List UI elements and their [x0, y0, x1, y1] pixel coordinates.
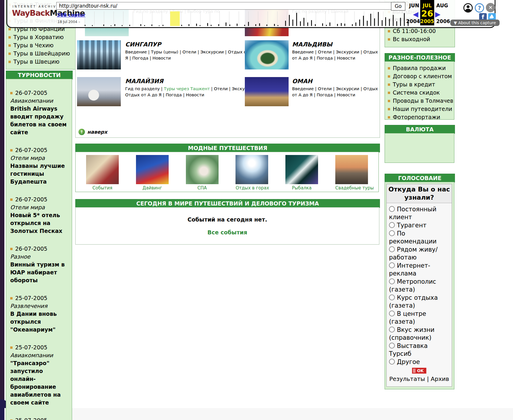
- fashion-item[interactable]: Дайвинг: [136, 155, 169, 192]
- page-bottom-area: [4, 408, 513, 420]
- radio-button[interactable]: [389, 278, 395, 284]
- country-link[interactable]: Отели: [182, 50, 196, 54]
- country-link[interactable]: Введение: [292, 86, 314, 91]
- country-links: Гид по разделу | Туры через Ташкент | От…: [125, 86, 262, 98]
- bullet-icon: [388, 100, 390, 102]
- back-to-top-link[interactable]: ↑ наверх: [78, 129, 107, 135]
- timeline-bar: [266, 25, 267, 26]
- radio-button[interactable]: [389, 222, 395, 228]
- radio-button[interactable]: [389, 206, 395, 212]
- month-next[interactable]: AUG: [436, 3, 448, 8]
- country-link[interactable]: Экскурсии: [336, 86, 359, 91]
- sidebar-item-useful[interactable]: Правила продажи: [388, 64, 453, 72]
- fashion-thumbnails: СобытияДайвингСПАОтдых в горахРыбалкаСва…: [75, 152, 379, 192]
- month-previous[interactable]: JUN: [409, 3, 419, 8]
- news-title-link[interactable]: В Дании вновь открылся "Океанариум": [10, 310, 68, 334]
- news-title-link[interactable]: Винный туризм в ЮАР набирает обороты: [10, 261, 68, 284]
- maldives-photo[interactable]: [245, 40, 289, 69]
- country-link[interactable]: Гид по разделу: [125, 86, 160, 91]
- link-separator: |: [333, 56, 337, 60]
- archived-url-input[interactable]: [56, 2, 394, 10]
- singapore-photo[interactable]: [77, 40, 121, 69]
- radio-button[interactable]: [389, 359, 395, 365]
- fashion-item[interactable]: Рыбалка: [285, 155, 318, 192]
- year-next[interactable]: 2006: [436, 18, 450, 24]
- go-button[interactable]: Go: [391, 2, 405, 11]
- sidebar-item-tour[interactable]: Туры в Хорватию: [8, 33, 75, 41]
- year-previous[interactable]: 2004: [406, 18, 420, 24]
- help-icon[interactable]: ?: [475, 3, 484, 13]
- country-link[interactable]: Туры через Ташкент: [164, 86, 210, 91]
- country-link[interactable]: Новости: [337, 93, 355, 97]
- timeline-bar: [382, 20, 383, 26]
- sidebar-item-useful[interactable]: Фоторепортажи: [388, 113, 453, 121]
- country-link[interactable]: Экскурсии: [200, 50, 224, 54]
- malaysia-photo[interactable]: [77, 77, 121, 106]
- fashion-item[interactable]: Отдых в горах: [235, 155, 268, 192]
- news-title-link[interactable]: "Трансаэро" запустило онлайн-бронировани…: [10, 359, 68, 407]
- captures-count-link[interactable]: 388 captures: [57, 12, 86, 18]
- poll-results-link[interactable]: Результаты: [389, 375, 425, 382]
- poll-option: Метрополис (газета): [389, 278, 450, 294]
- capture-timeline[interactable]: [85, 11, 409, 26]
- radio-button[interactable]: [389, 262, 395, 268]
- radio-button[interactable]: [389, 230, 395, 236]
- about-this-capture-button[interactable]: ▼ About this capture: [450, 20, 500, 26]
- sidebar-item-useful[interactable]: Система скидок: [388, 88, 453, 97]
- fashion-item[interactable]: Свадебные туры: [335, 155, 368, 192]
- poll-options: Постоянный клиентТурагентПо рекомендации…: [387, 203, 452, 366]
- timeline-bar: [337, 24, 338, 26]
- sidebar-item-label: Проводы в Толмачево: [393, 97, 453, 104]
- country-link[interactable]: Погода: [317, 56, 333, 60]
- radio-button[interactable]: [389, 246, 395, 252]
- country-link[interactable]: Введение: [125, 50, 147, 54]
- radio-button[interactable]: [389, 327, 395, 332]
- poll-archive-link[interactable]: Архив: [431, 375, 449, 382]
- radio-button[interactable]: [389, 343, 395, 348]
- news-date: 26-07-2005: [10, 245, 68, 253]
- bullet-icon: [8, 36, 11, 39]
- country-link[interactable]: Отели: [318, 86, 331, 91]
- country-link[interactable]: Новости: [337, 56, 355, 60]
- timeline-bar: [393, 15, 394, 26]
- timeline-bar: [255, 24, 256, 26]
- country-link[interactable]: Погода: [166, 93, 182, 97]
- account-icon[interactable]: [463, 3, 473, 13]
- sidebar-item-tour[interactable]: Туры в Чехию: [8, 41, 75, 49]
- radio-button[interactable]: [389, 311, 395, 316]
- fashion-item[interactable]: События: [86, 155, 119, 192]
- sidebar-item-useful[interactable]: Наши путеводители: [388, 105, 453, 113]
- news-date-text: 26-07-2005: [15, 90, 47, 96]
- timeline-bar: [129, 25, 130, 26]
- timeline-bar: [181, 25, 182, 26]
- link-separator: |: [224, 50, 228, 54]
- poll-ok-button[interactable]: OK: [412, 368, 426, 374]
- country-link[interactable]: Отели: [214, 86, 228, 91]
- previous-capture-arrow[interactable]: ◀: [413, 11, 418, 18]
- close-icon[interactable]: ✕: [486, 3, 495, 12]
- sidebar-item-useful[interactable]: Проводы в Толмачево: [388, 97, 453, 105]
- link-separator: |: [313, 93, 317, 97]
- oman-photo[interactable]: [245, 77, 289, 106]
- country-link[interactable]: Введение: [292, 50, 314, 54]
- country-link[interactable]: Погода: [317, 93, 333, 97]
- sidebar-item-useful[interactable]: Туры в кредит: [388, 80, 453, 88]
- sidebar-item-useful[interactable]: Договор с клиентом: [388, 72, 453, 80]
- country-title: СИНГАПУР: [125, 41, 262, 48]
- next-capture-arrow[interactable]: ▶: [435, 11, 440, 18]
- country-link[interactable]: Экскурсии: [336, 50, 359, 54]
- radio-button[interactable]: [389, 294, 395, 300]
- sidebar-item-tour[interactable]: Туры в Швецию: [8, 57, 75, 66]
- country-link[interactable]: Туры (цены): [151, 50, 178, 54]
- all-events-link[interactable]: Все события: [207, 229, 247, 236]
- country-link[interactable]: Отдых от А до Я: [125, 93, 162, 97]
- country-link[interactable]: Новости: [152, 56, 171, 60]
- news-title-link[interactable]: Новый 5* отель открылся на Золотых Песка…: [10, 211, 68, 235]
- fashion-item[interactable]: СПА: [186, 155, 219, 192]
- country-link[interactable]: Отели: [318, 50, 331, 54]
- news-title-link[interactable]: Названы лучшие гостиницы Будапешта: [10, 162, 68, 186]
- sidebar-item-tour[interactable]: Туры в Швейцарию: [8, 49, 75, 57]
- country-link[interactable]: Новости: [186, 93, 204, 97]
- news-title-link[interactable]: British Airways вводит продажу билетов н…: [10, 105, 68, 136]
- country-link[interactable]: Погода: [132, 56, 148, 60]
